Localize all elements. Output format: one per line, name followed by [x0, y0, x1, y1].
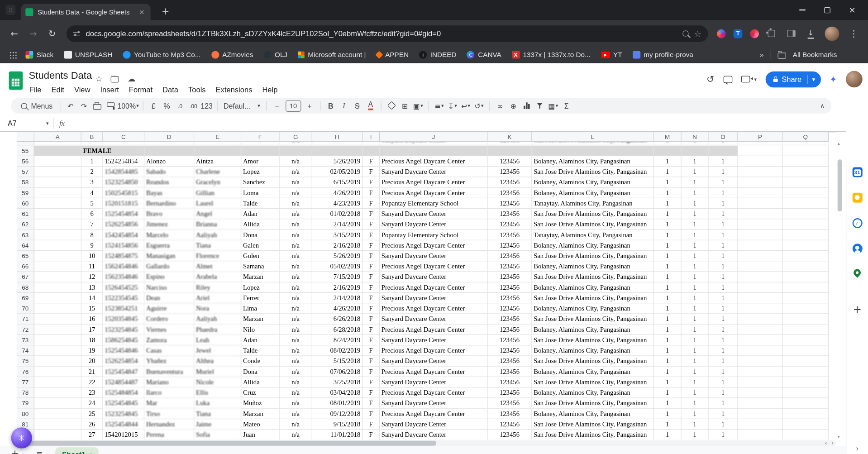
cell-A65[interactable]	[34, 251, 81, 261]
font-select[interactable]: Defaul...▾	[221, 100, 262, 112]
cell-N62[interactable]: 1	[682, 219, 709, 229]
cell-F55[interactable]	[241, 146, 279, 156]
cell-O68[interactable]: 1	[709, 282, 738, 293]
cell-O63[interactable]: 1	[709, 230, 738, 240]
cell-L61[interactable]: San Jose Drive Alaminos City, Pangasinan	[532, 209, 653, 219]
cell-A68[interactable]	[34, 282, 81, 293]
cell-D60[interactable]: Bernardino	[144, 198, 194, 209]
browser-menu-icon[interactable]: ⋮	[845, 24, 863, 42]
cell-B80[interactable]: 25	[81, 409, 103, 419]
cell-K67[interactable]: 123456	[488, 272, 532, 282]
cell-B69[interactable]: 14	[81, 293, 103, 303]
cell-P77[interactable]	[738, 377, 783, 387]
insert-link-button[interactable]: ∞	[494, 100, 506, 112]
cell-K78[interactable]: 123456	[488, 387, 532, 398]
cell-P59[interactable]	[738, 188, 783, 198]
bookmark-item[interactable]: ▶YT	[601, 51, 622, 59]
cell-K54[interactable]: 123456	[488, 142, 532, 146]
cell-L59[interactable]: Bolaney, Alaminos City, Pangasinan	[532, 188, 653, 198]
cell-H82[interactable]: 11/01/2018	[312, 430, 362, 440]
cell-D72[interactable]: Viernes	[144, 325, 194, 335]
cell-E62[interactable]: Brianna	[194, 219, 241, 229]
cell-P72[interactable]	[738, 325, 783, 335]
cell-E56[interactable]: Aintza	[194, 156, 241, 167]
column-header-O[interactable]: O	[709, 132, 738, 142]
cell-P55[interactable]	[738, 146, 783, 156]
column-header-J[interactable]: J	[380, 132, 488, 142]
cell-N66[interactable]: 1	[682, 261, 709, 272]
menu-tools[interactable]: Tools	[183, 84, 211, 96]
cell-J65[interactable]: Sanyard Daycare Center	[380, 251, 488, 261]
cell-A66[interactable]	[34, 261, 81, 272]
cell-F63[interactable]: Dona	[241, 230, 279, 240]
cell-M71[interactable]: 1	[654, 314, 682, 325]
cell-G57[interactable]: n/a	[280, 167, 312, 177]
cell-H69[interactable]: 2/14/2018	[312, 293, 362, 303]
row-header[interactable]: 61	[17, 209, 34, 219]
cell-A80[interactable]	[34, 409, 81, 419]
cell-D54[interactable]	[144, 142, 194, 146]
panel-collapse-icon[interactable]: ›	[846, 444, 868, 452]
cell-M73[interactable]: 1	[654, 335, 682, 345]
merge-cells-button[interactable]: ▣▾	[412, 100, 424, 112]
cell-M65[interactable]: 1	[654, 251, 682, 261]
row-header[interactable]: 57	[17, 167, 34, 177]
cell-C64[interactable]: 1524154856	[103, 240, 145, 251]
cell-N78[interactable]: 1	[682, 387, 709, 398]
cell-G64[interactable]: n/a	[280, 240, 312, 251]
cell-A64[interactable]	[34, 240, 81, 251]
cell-G73[interactable]: n/a	[280, 335, 312, 345]
cell-B82[interactable]: 27	[81, 430, 103, 440]
cell-P54[interactable]	[738, 142, 783, 146]
cell-Q64[interactable]	[783, 240, 829, 251]
row-header[interactable]: 75	[17, 356, 34, 367]
cell-E65[interactable]: Florence	[194, 251, 241, 261]
cell-M72[interactable]: 1	[654, 325, 682, 335]
cell-G55[interactable]	[280, 146, 312, 156]
cell-H55[interactable]	[312, 146, 362, 156]
row-header[interactable]: 60	[17, 198, 34, 209]
insert-chart-button[interactable]	[520, 100, 533, 112]
currency-format-button[interactable]: £	[147, 100, 160, 112]
cell-O79[interactable]: 1	[709, 398, 738, 408]
cell-D74[interactable]: Casas	[144, 345, 194, 356]
forward-button[interactable]: →	[24, 24, 42, 42]
cell-I79[interactable]: F	[362, 398, 380, 408]
column-header-G[interactable]: G	[280, 132, 312, 142]
bookmark-item[interactable]: CCANVA	[467, 51, 501, 59]
cell-P58[interactable]	[738, 177, 783, 187]
cell-H65[interactable]: 5/26/2019	[312, 251, 362, 261]
cell-K61[interactable]: 123456	[488, 209, 532, 219]
cell-B78[interactable]: 23	[81, 387, 103, 398]
menu-file[interactable]: File	[24, 84, 47, 96]
cell-E58[interactable]: Gracelyn	[194, 177, 241, 187]
cell-D65[interactable]: Manasigan	[144, 251, 194, 261]
cell-C68[interactable]: 1526454525	[103, 282, 145, 293]
cell-E60[interactable]: Laurel	[194, 198, 241, 209]
cell-H68[interactable]: 2/16/2019	[312, 282, 362, 293]
cell-F73[interactable]: Adan	[241, 335, 279, 345]
cell-B71[interactable]: 16	[81, 314, 103, 325]
cell-B57[interactable]: 2	[81, 167, 103, 177]
cell-F64[interactable]: Galen	[241, 240, 279, 251]
cell-C62[interactable]: 1526254856	[103, 219, 145, 229]
cell-D59[interactable]: Bayas	[144, 188, 194, 198]
row-header[interactable]: 59	[17, 188, 34, 198]
cell-C66[interactable]: 1562454846	[103, 261, 145, 272]
row-header[interactable]: 54	[17, 142, 34, 146]
cell-B76[interactable]: 21	[81, 367, 103, 377]
column-header-C[interactable]: C	[103, 132, 145, 142]
cell-Q57[interactable]	[783, 167, 829, 177]
cell-F68[interactable]: Lopez	[241, 282, 279, 293]
cell-Q71[interactable]	[783, 314, 829, 325]
cell-C82[interactable]: 1542012015	[103, 430, 145, 440]
cell-Q76[interactable]	[783, 367, 829, 377]
cell-N70[interactable]: 1	[682, 303, 709, 314]
text-rotation-button[interactable]: ↺▾	[472, 100, 485, 112]
cell-B56[interactable]: 1	[81, 156, 103, 167]
cell-I60[interactable]: F	[362, 198, 380, 209]
cell-D67[interactable]: Espino	[144, 272, 194, 282]
cell-E81[interactable]: Jaime	[194, 419, 241, 430]
cell-N63[interactable]: 1	[682, 230, 709, 240]
cell-H81[interactable]: 9/15/2018	[312, 419, 362, 430]
